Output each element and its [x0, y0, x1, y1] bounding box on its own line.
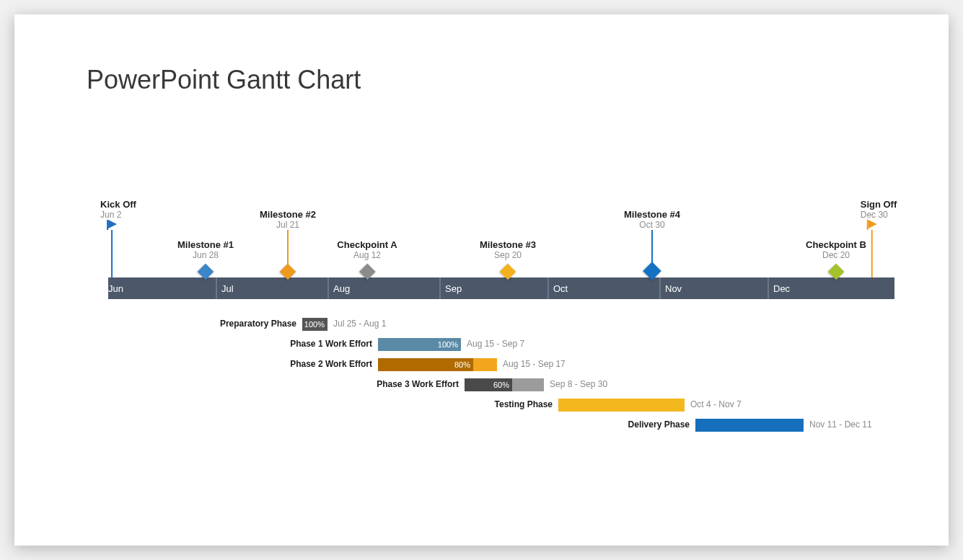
month-sep: Sep — [439, 277, 462, 299]
month-aug: Aug — [327, 277, 350, 299]
flag-icon — [848, 220, 897, 277]
diamond-icon — [828, 264, 845, 280]
diamond-icon — [643, 262, 661, 280]
milestone-1: Milestone #1 Jun 28 — [177, 239, 234, 277]
progress-value: 60% — [493, 381, 509, 389]
diamond-icon — [198, 264, 214, 280]
month-dec: Dec — [768, 277, 790, 299]
milestone-2: Milestone #2 Jul 21 — [260, 209, 316, 277]
task-delivery: Delivery Phase Nov 11 - Dec 11 — [695, 419, 804, 432]
month-oct: Oct — [548, 277, 568, 299]
month-jun: Jun — [108, 277, 123, 299]
checkpoint-a: Checkpoint A Aug 12 — [337, 239, 397, 277]
page-title: PowerPoint Gantt Chart — [87, 65, 361, 95]
gantt-chart: Jun Jul Aug Sep Oct Nov Dec Kick Off Jun… — [108, 277, 894, 299]
month-nov: Nov — [659, 277, 682, 299]
task-phase-3: Phase 3 Work Effort 60% Sep 8 - Sep 30 — [465, 378, 544, 391]
slide-canvas: PowerPoint Gantt Chart Jun Jul Aug Sep O… — [14, 14, 949, 546]
task-phase-2: Phase 2 Work Effort 80% Aug 15 - Sep 17 — [378, 358, 497, 371]
task-phase-1: Phase 1 Work Effort 100% Aug 15 - Sep 7 — [378, 338, 461, 351]
diamond-icon — [359, 264, 376, 280]
milestone-kick-off: Kick Off Jun 2 — [87, 199, 136, 277]
task-testing: Testing Phase Oct 4 - Nov 7 — [558, 399, 685, 412]
progress-value: 100% — [438, 340, 458, 349]
task-preparatory: Preparatory Phase 100% Jul 25 - Aug 1 — [302, 318, 327, 331]
progress-value: 100% — [304, 320, 325, 329]
diamond-icon — [500, 264, 516, 280]
flag-icon — [87, 220, 136, 277]
milestone-3: Milestone #3 Sep 20 — [480, 239, 536, 277]
month-jul: Jul — [216, 277, 234, 299]
diamond-icon — [280, 264, 296, 280]
milestone-4: Milestone #4 Oct 30 — [624, 209, 680, 277]
milestone-sign-off: Sign Off Dec 30 — [848, 199, 897, 277]
progress-value: 80% — [454, 360, 470, 369]
